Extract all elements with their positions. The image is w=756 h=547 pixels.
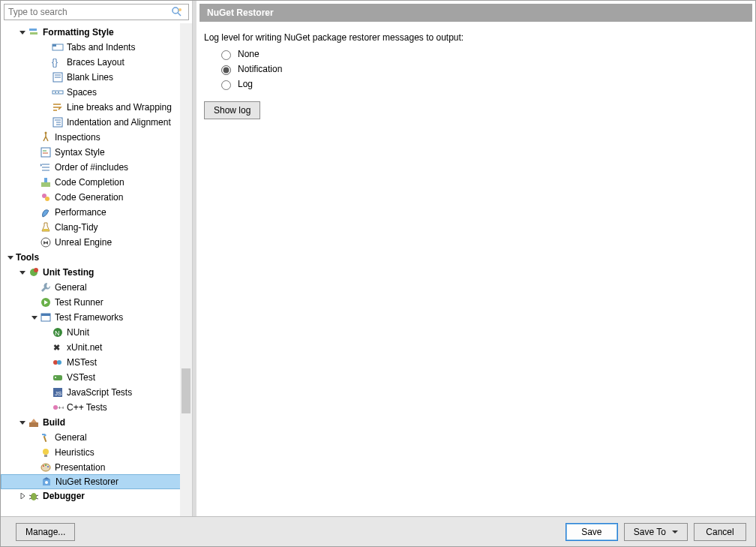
search-input[interactable]	[7, 6, 171, 18]
tree-item-label: Order of #includes	[55, 162, 128, 173]
svg-rect-48	[44, 455, 47, 457]
svg-text:JS: JS	[55, 390, 62, 397]
tree-item[interactable]: {}Braces Layout	[1, 55, 192, 70]
tree-item[interactable]: Debugger	[1, 488, 192, 503]
mstest-icon	[52, 356, 64, 368]
tree-item[interactable]: Clang-Tidy	[1, 220, 192, 235]
tree-item[interactable]: Presentation	[1, 460, 192, 475]
tree-item[interactable]: Formatting Style	[1, 25, 192, 40]
tree-item[interactable]: Unreal Engine	[1, 235, 192, 250]
svg-point-52	[47, 466, 49, 467]
svg-rect-39	[53, 375, 62, 380]
tree-item[interactable]: Inspections	[1, 130, 192, 145]
tree-item[interactable]: Code Generation	[1, 190, 192, 205]
tree-item-label: Build	[43, 417, 65, 428]
scrollbar[interactable]	[180, 23, 192, 516]
order-icon	[40, 161, 52, 173]
twisty-closed-icon[interactable]	[19, 492, 26, 500]
nuget-icon	[40, 476, 52, 488]
svg-point-13	[58, 92, 59, 93]
play-icon	[40, 296, 52, 308]
tree-item-label: Indentation and Alignment	[67, 117, 171, 128]
tree-item[interactable]: NNUnit	[1, 325, 192, 340]
spaces-icon	[52, 86, 64, 98]
svg-point-54	[45, 481, 48, 484]
content-title: NuGet Restorer	[200, 4, 752, 22]
log-level-radio-log[interactable]: Log	[218, 77, 748, 91]
svg-point-51	[45, 464, 46, 466]
svg-line-1	[178, 13, 181, 16]
twisty-open-icon[interactable]	[19, 29, 26, 36]
radio-input[interactable]	[221, 80, 231, 90]
tree-item[interactable]: Heuristics	[1, 445, 192, 460]
tree-item[interactable]: MSTest	[1, 355, 192, 370]
manage-button[interactable]: Manage...	[16, 523, 75, 541]
tree-item-label: JavaScript Tests	[67, 387, 132, 398]
twisty-open-icon[interactable]	[19, 269, 26, 276]
scrollbar-thumb[interactable]	[182, 368, 190, 413]
show-log-button[interactable]: Show log	[204, 101, 260, 119]
radio-input[interactable]	[221, 65, 231, 75]
tree-item[interactable]: Order of #includes	[1, 160, 192, 175]
log-level-radio-notification[interactable]: Notification	[218, 62, 748, 76]
unreal-icon	[40, 236, 52, 248]
svg-point-2	[178, 8, 182, 11]
svg-point-40	[55, 377, 56, 378]
twisty-open-icon[interactable]	[7, 254, 14, 261]
tree-item[interactable]: Syntax Style	[1, 145, 192, 160]
tree-item-label: Syntax Style	[55, 147, 105, 158]
tree-item[interactable]: VSTest	[1, 370, 192, 385]
tree-item[interactable]: ✖xUnit.net	[1, 340, 192, 355]
svg-point-0	[172, 8, 178, 14]
twisty-open-icon[interactable]	[31, 314, 38, 321]
search-box[interactable]	[4, 4, 189, 20]
tree-item[interactable]: ++C++ Tests	[1, 400, 192, 415]
tree-scroll[interactable]: Formatting StyleTabs and Indents{}Braces…	[1, 23, 192, 516]
tree-item-label: NUnit	[67, 327, 89, 338]
wrap-icon	[52, 101, 64, 113]
tree-item-label: Code Generation	[55, 192, 123, 203]
svg-point-50	[43, 465, 44, 467]
tree-item-label: Braces Layout	[67, 57, 124, 68]
tree-item[interactable]: General	[1, 280, 192, 295]
tree-item[interactable]: Tools	[1, 250, 192, 265]
log-level-radio-none[interactable]: None	[218, 47, 748, 61]
tree-item[interactable]: General	[1, 430, 192, 445]
tree-item[interactable]: Test Runner	[1, 295, 192, 310]
tabs-icon	[52, 41, 64, 53]
save-button[interactable]: Save	[566, 523, 618, 541]
log-level-label: Log level for writing NuGet package rest…	[204, 32, 748, 43]
bulb-icon	[40, 446, 52, 458]
cancel-button[interactable]: Cancel	[694, 523, 746, 541]
tree-item[interactable]: Spaces	[1, 85, 192, 100]
inspect-icon	[40, 131, 52, 143]
tree-item[interactable]: Indentation and Alignment	[1, 115, 192, 130]
tree-item[interactable]: NuGet Restorer	[1, 474, 192, 489]
tree-item-label: Tabs and Indents	[67, 42, 135, 53]
tree-item[interactable]: Code Completion	[1, 175, 192, 190]
tree-item[interactable]: Test Frameworks	[1, 310, 192, 325]
tree-item[interactable]: Line breaks and Wrapping	[1, 100, 192, 115]
search-icon	[171, 6, 183, 18]
tree-item[interactable]: Tabs and Indents	[1, 40, 192, 55]
tree-item[interactable]: JSJavaScript Tests	[1, 385, 192, 400]
tree-item[interactable]: Performance	[1, 205, 192, 220]
svg-rect-46	[44, 436, 47, 442]
svg-point-47	[43, 449, 49, 455]
twisty-open-icon[interactable]	[19, 419, 26, 426]
tree-item-label: Heuristics	[55, 447, 94, 458]
save-to-button[interactable]: Save To	[624, 523, 688, 541]
log-level-radios: NoneNotificationLog	[218, 47, 748, 91]
radio-label: Notification	[238, 64, 282, 74]
tree-item-label: Performance	[55, 207, 106, 218]
tree-item[interactable]: Unit Testing	[1, 265, 192, 280]
xunit-icon: ✖	[52, 341, 64, 353]
perf-icon	[40, 206, 52, 218]
tree-item[interactable]: Build	[1, 415, 192, 430]
tree-item[interactable]: Blank Lines	[1, 70, 192, 85]
build-icon	[28, 416, 40, 428]
svg-rect-4	[30, 32, 38, 35]
radio-input[interactable]	[221, 50, 231, 60]
svg-rect-3	[29, 29, 37, 31]
svg-rect-6	[52, 44, 56, 47]
